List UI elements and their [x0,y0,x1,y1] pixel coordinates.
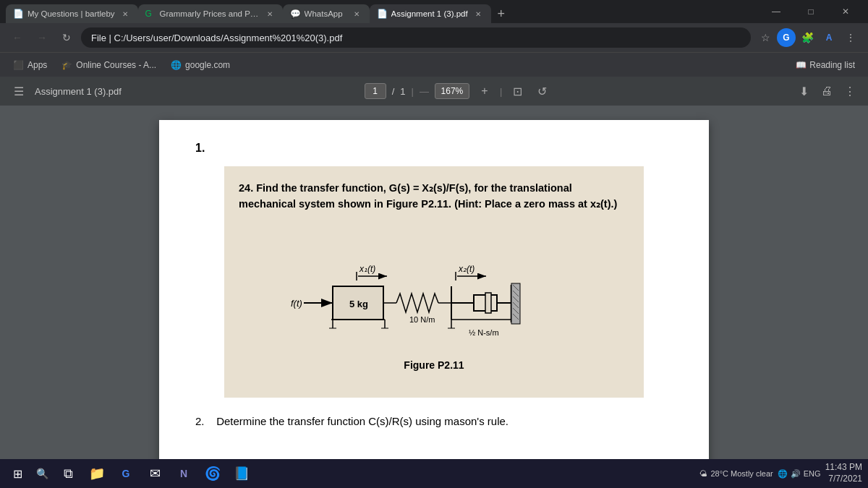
pdf-menu-button[interactable]: ☰ [9,81,29,101]
maximize-button[interactable]: □ [794,0,827,23]
reload-button[interactable]: ↻ [56,27,77,48]
pdf-zoom-in-button[interactable]: + [475,82,494,100]
question-image: 24. Find the transfer function, G(s) = X… [224,166,644,398]
tab2-title: Grammarly Prices and Plans | Gra... [160,9,260,18]
tab1-close[interactable]: ✕ [119,8,131,20]
weather-icon: 🌤 [699,469,707,478]
taskbar-chrome[interactable]: G [113,461,139,487]
pdf-content[interactable]: 1. 24. Find the transfer function, G(s) … [0,106,868,459]
pdf-toolbar: ☰ Assignment 1 (3).pdf / 1 | — + | ⊡ ↺ ⬇… [0,77,868,106]
pdf-fit-button[interactable]: ⊡ [508,82,527,100]
tab3-title: WhatsApp [305,9,346,18]
google-icon: 🌐 [171,60,182,70]
profile-avatar[interactable]: A [819,27,839,48]
taskbar-notepad[interactable]: N [171,461,197,487]
question1-number: 1. [195,142,673,155]
menu-button[interactable]: ⋮ [841,27,861,48]
weather-text: 28°C Mostly clear [710,469,773,478]
tab-bartleby[interactable]: 📄 My Questions | bartleby ✕ [6,4,138,23]
forward-button[interactable]: → [32,27,52,48]
reading-list-label: Reading list [809,60,855,70]
question2-area: 2. Determine the transfer function C(s)/… [195,415,673,427]
close-button[interactable]: ✕ [829,0,862,23]
address-bar-row: ← → ↻ ☆ G 🧩 A ⋮ [0,23,868,52]
svg-rect-24 [485,293,491,313]
svg-rect-0 [275,234,593,354]
start-button[interactable]: ⊞ [6,462,29,485]
pdf-rotate-button[interactable]: ↺ [532,82,551,100]
pdf-page-input[interactable] [365,83,386,99]
new-tab-button[interactable]: + [491,4,511,23]
pdf-toolbar-right: ⬇ 🖨 ⋮ [794,82,859,100]
tab1-favicon: 📄 [13,9,23,19]
taskbar-task-view[interactable]: ⧉ [55,461,81,487]
google-label: google.com [185,60,230,70]
bookmark-google[interactable]: 🌐 google.com [165,57,236,73]
apps-grid-icon: ⬛ [13,60,24,70]
tab2-close[interactable]: ✕ [264,8,276,20]
system-icons: 🌐 🔊 ENG [778,469,821,479]
reading-list-icon: 📖 [796,60,807,70]
pdf-minus-sign: — [420,86,429,97]
pdf-print-button[interactable]: 🖨 [817,82,836,100]
bookmark-star-icon[interactable]: ☆ [755,27,775,48]
weather-info: 🌤 28°C Mostly clear [699,469,773,478]
network-icon[interactable]: 🌐 [778,469,788,479]
pdf-page-separator: / [392,86,395,97]
bookmark-online-courses[interactable]: 🎓 Online Courses - A... [56,57,162,73]
clock-date: 7/7/2021 [825,474,862,485]
pdf-divider: | [412,86,414,97]
tab3-favicon: 💬 [290,9,300,19]
taskbar-store[interactable]: 📘 [229,461,255,487]
extensions-icon[interactable]: 🧩 [797,27,817,48]
language-label: ENG [804,469,821,478]
tab4-close[interactable]: ✕ [472,8,484,20]
taskbar-edge[interactable]: 🌀 [200,461,226,487]
pdf-title: Assignment 1 (3).pdf [35,86,122,97]
taskbar-email[interactable]: ✉ [142,461,168,487]
tab1-title: My Questions | bartleby [27,9,115,18]
courses-label: Online Courses - A... [76,60,156,70]
taskbar: ⊞ 🔍 ⧉ 📁 G ✉ N 🌀 📘 🌤 28°C Mostly clear 🌐 … [0,459,868,488]
question2-number: 2. [195,415,205,427]
tab-pdf[interactable]: 📄 Assignment 1 (3).pdf ✕ [370,4,491,23]
tab-whatsapp[interactable]: 💬 WhatsApp ✕ [283,4,370,23]
svg-text:x₂(t): x₂(t) [458,264,475,274]
tab-grammarly[interactable]: G Grammarly Prices and Plans | Gra... ✕ [138,4,283,23]
bookmark-apps[interactable]: ⬛ Apps [7,57,53,73]
question2-text: Determine the transfer function C(s)/R(s… [216,415,509,427]
question-text: 24. Find the transfer function, G(s) = X… [239,181,629,213]
mechanical-diagram: f(t) x₁(t) [275,234,593,354]
pdf-more-button[interactable]: ⋮ [841,82,859,100]
bookmarks-bar: ⬛ Apps 🎓 Online Courses - A... 🌐 google.… [0,52,868,77]
apps-label: Apps [27,60,47,70]
pdf-total-pages: 1 [400,86,405,97]
tab3-close[interactable]: ✕ [351,8,362,20]
pdf-separator2: | [500,86,502,97]
diagram-area: f(t) x₁(t) [239,234,629,354]
svg-text:½ N-s/m: ½ N-s/m [469,328,499,337]
taskbar-system-tray: 🌤 28°C Mostly clear 🌐 🔊 ENG 11:43 PM 7/7… [699,462,862,484]
volume-icon[interactable]: 🔊 [791,469,801,479]
minimize-button[interactable]: — [760,0,793,23]
pdf-download-button[interactable]: ⬇ [794,82,813,100]
pdf-page: 1. 24. Find the transfer function, G(s) … [159,120,709,459]
taskbar-file-explorer[interactable]: 📁 [84,461,110,487]
tab4-favicon: 📄 [377,9,387,19]
pdf-toolbar-left: ☰ Assignment 1 (3).pdf [9,81,122,101]
pdf-viewer: ☰ Assignment 1 (3).pdf / 1 | — + | ⊡ ↺ ⬇… [0,77,868,459]
window-controls: — □ ✕ [760,0,862,23]
svg-rect-27 [511,283,520,324]
taskbar-search[interactable]: 🔍 [32,463,52,484]
svg-text:10 N/m: 10 N/m [409,315,435,324]
reading-list-button[interactable]: 📖 Reading list [790,57,861,73]
title-bar: 📄 My Questions | bartleby ✕ G Grammarly … [0,0,868,23]
tabs-container: 📄 My Questions | bartleby ✕ G Grammarly … [6,0,754,23]
pdf-zoom-input[interactable] [435,83,469,99]
address-input[interactable] [81,27,751,48]
clock-time: 11:43 PM [825,462,862,474]
svg-text:f(t): f(t) [291,298,302,309]
profile-button[interactable]: G [777,28,796,47]
system-time[interactable]: 11:43 PM 7/7/2021 [825,462,862,484]
back-button[interactable]: ← [7,27,27,48]
